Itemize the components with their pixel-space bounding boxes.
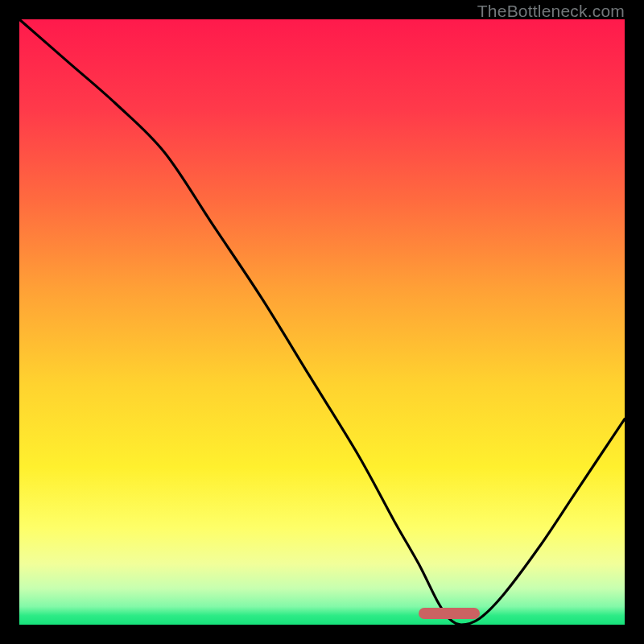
plot-area — [19, 19, 625, 625]
chart-frame: TheBottleneck.com — [0, 0, 644, 644]
watermark-text: TheBottleneck.com — [477, 2, 625, 21]
bottleneck-curve — [19, 19, 625, 625]
optimal-range-marker — [419, 608, 479, 619]
